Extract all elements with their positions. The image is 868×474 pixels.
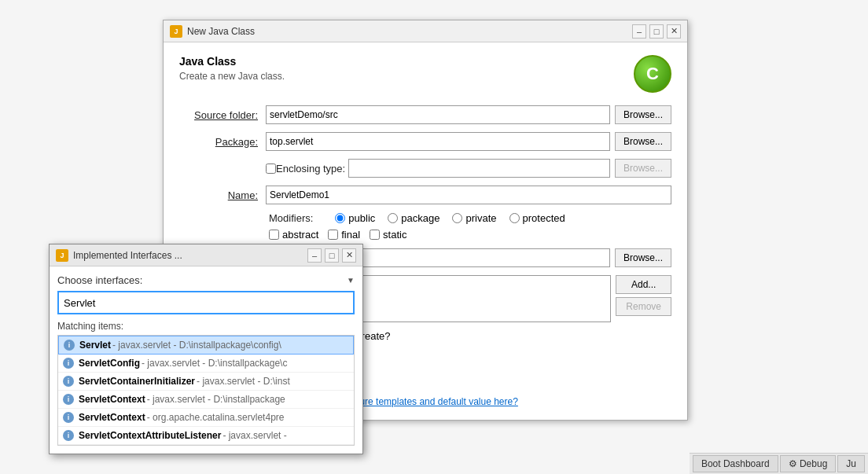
secondary-dialog-icon: J [56,249,68,262]
implemented-interfaces-dialog: J Implemented Interfaces ... – □ ✕ Choos… [49,244,363,454]
result-detail-3: - javax.servlet - D:\installpackage [147,394,285,405]
minimize-button[interactable]: – [632,24,646,39]
maximize-button[interactable]: □ [649,24,664,39]
abstract-checkbox[interactable] [269,230,279,240]
enclosing-type-label: Enclosing type: [276,163,345,175]
result-name-0: Servlet [79,340,111,351]
secondary-minimize-button[interactable]: – [307,248,322,263]
result-detail-4: - org.apache.catalina.servlet4pre [147,412,285,423]
secondary-dialog-controls: – □ ✕ [307,248,356,263]
result-icon-2: i [63,376,74,387]
name-input[interactable] [266,186,671,204]
package-label: Package: [179,136,266,148]
radio-protected-label: protected [523,212,565,224]
main-dialog-titlebar: J New Java Class – □ ✕ [164,20,687,42]
radio-package-input[interactable] [388,213,398,223]
main-dialog-icon: J [170,25,182,38]
secondary-dialog-body: Choose interfaces: ▼ Matching items: i S… [50,266,362,454]
matching-items-label: Matching items: [57,321,355,332]
result-detail-0: - javax.servlet - D:\installpackage\conf… [112,340,281,351]
enclosing-type-row: Enclosing type: Browse... [179,159,671,178]
secondary-dialog-titlebar: J Implemented Interfaces ... – □ ✕ [50,244,362,266]
radio-public[interactable]: public [335,212,375,224]
svg-text:J: J [174,28,178,35]
radio-private-input[interactable] [452,213,462,223]
result-icon-4: i [63,412,74,423]
main-dialog-title: New Java Class [187,26,632,37]
result-name-3: ServletContext [79,394,145,405]
svg-text:J: J [60,252,64,259]
result-icon-3: i [63,394,74,405]
result-detail-5: - javax.servlet - [223,430,286,441]
radio-public-label: public [348,212,375,224]
package-browse-button[interactable]: Browse... [615,132,671,151]
boot-dashboard-tab[interactable]: Boot Dashboard [693,455,778,472]
name-label: Name: [179,189,266,201]
static-label: static [383,229,406,241]
dropdown-arrow-icon[interactable]: ▼ [347,276,355,285]
results-list: i Servlet - javax.servlet - D:\installpa… [57,335,355,446]
source-folder-label: Source folder: [179,109,266,121]
java-class-subtext: Create a new Java class. [179,71,285,82]
junit-tab[interactable]: Ju [837,455,865,472]
result-icon-1: i [63,358,74,369]
radio-package-label: package [401,212,440,224]
result-icon-5: i [63,430,74,441]
modifiers-check-row: abstract final static [269,229,671,241]
abstract-label: abstract [282,229,318,241]
secondary-dialog-title: Implemented Interfaces ... [73,250,307,261]
static-modifier[interactable]: static [370,229,406,241]
close-button[interactable]: ✕ [667,24,681,39]
debug-tab[interactable]: ⚙ Debug [780,455,837,472]
radio-protected[interactable]: protected [509,212,565,224]
package-row: Package: Browse... [179,132,671,151]
final-checkbox[interactable] [328,230,338,240]
radio-private[interactable]: private [452,212,496,224]
radio-protected-input[interactable] [509,213,520,223]
radio-public-input[interactable] [335,213,345,223]
result-item-0[interactable]: i Servlet - javax.servlet - D:\installpa… [58,336,354,355]
result-item-5[interactable]: i ServletContextAttributeListener - java… [58,427,354,445]
remove-button[interactable]: Remove [616,297,671,316]
source-folder-row: Source folder: Browse... [179,105,671,124]
result-item-4[interactable]: i ServletContext - org.apache.catalina.s… [58,409,354,427]
result-item-1[interactable]: i ServletConfig - javax.servlet - D:\ins… [58,355,354,373]
main-dialog-controls: – □ ✕ [632,24,681,39]
final-modifier[interactable]: final [328,229,360,241]
main-dialog-header: Java Class Create a new Java class. C [179,55,671,93]
result-icon-0: i [64,340,75,351]
search-input[interactable] [59,292,353,313]
abstract-modifier[interactable]: abstract [269,229,318,241]
modifiers-radio-row: Modifiers: public package private protec… [269,212,671,224]
java-class-heading: Java Class [179,55,285,68]
radio-private-label: private [465,212,496,224]
result-item-3[interactable]: i ServletContext - javax.servlet - D:\in… [58,391,354,409]
enclosing-type-browse-button[interactable]: Browse... [615,159,671,178]
result-item-2[interactable]: i ServletContainerInitializer - javax.se… [58,373,354,391]
final-label: final [341,229,360,241]
choose-interfaces-label: Choose interfaces: ▼ [57,274,355,286]
java-class-logo: C [634,55,671,93]
result-name-4: ServletContext [79,412,145,423]
add-button[interactable]: Add... [616,275,671,294]
radio-package[interactable]: package [388,212,440,224]
bottom-tabs: Boot Dashboard ⚙ Debug Ju [690,453,868,474]
name-row: Name: [179,186,671,204]
interfaces-buttons: Add... Remove [616,275,671,316]
result-detail-1: - javax.servlet - D:\installpackage\c [142,358,287,369]
source-folder-input[interactable] [266,105,610,124]
superclass-browse-button[interactable]: Browse... [615,248,671,267]
main-dialog-header-text: Java Class Create a new Java class. [179,55,285,82]
modifiers-label: Modifiers: [269,212,313,224]
secondary-close-button[interactable]: ✕ [342,248,356,263]
result-detail-2: - javax.servlet - D:\inst [197,376,290,387]
source-folder-browse-button[interactable]: Browse... [615,105,671,124]
secondary-maximize-button[interactable]: □ [325,248,339,263]
package-input[interactable] [266,132,610,151]
static-checkbox[interactable] [370,230,380,240]
result-name-1: ServletConfig [79,358,140,369]
enclosing-type-checkbox[interactable] [266,164,276,174]
enclosing-type-input[interactable] [348,159,610,178]
result-name-5: ServletContextAttributeListener [79,430,221,441]
search-box-container [57,291,355,314]
